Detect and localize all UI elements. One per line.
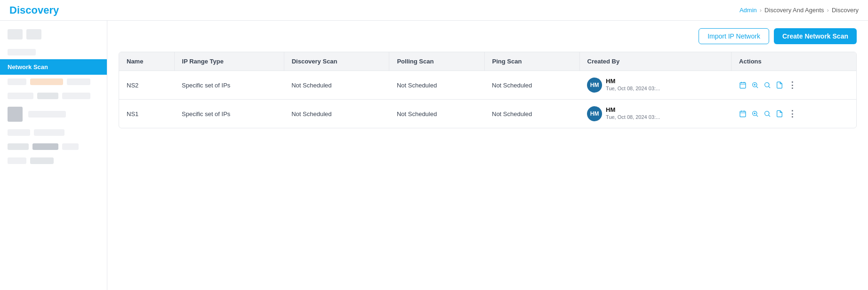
col-name: Name [119, 52, 174, 71]
avatar-1: HM [587, 106, 602, 121]
breadcrumb-discovery-agents: Discovery And Agents [764, 7, 824, 14]
col-ip-range-type: IP Range Type [174, 52, 284, 71]
sidebar-icon-1 [8, 29, 23, 39]
cell-created-by-0: HM HM Tue, Oct 08, 2024 03:... [579, 71, 731, 100]
sidebar-ph-box-6a [8, 143, 29, 150]
sidebar-ph-box-5b [34, 129, 64, 136]
svg-point-8 [764, 83, 769, 87]
search-icon-0[interactable] [764, 81, 771, 89]
cell-ping-0: Not Scheduled [484, 71, 579, 100]
sidebar-ph-box-4a [8, 107, 23, 122]
cell-ping-1: Not Scheduled [484, 100, 579, 128]
sidebar-ph-box-3c [62, 93, 90, 99]
cell-polling-0: Not Scheduled [389, 71, 484, 100]
table-row: NS1 Specific set of IPs Not Scheduled No… [119, 100, 856, 128]
sidebar-top-icons [0, 25, 107, 45]
calendar-icon-1[interactable] [739, 110, 747, 118]
cell-actions-1: ⋮ [731, 100, 856, 128]
svg-line-15 [756, 115, 758, 117]
import-ip-network-button[interactable]: Import IP Network [699, 28, 769, 44]
sidebar-ph-box-6b [32, 143, 58, 150]
calendar-icon-0[interactable] [739, 81, 747, 89]
top-nav: Discovery Admin › Discovery And Agents ›… [0, 0, 868, 21]
network-scan-table: Name IP Range Type Discovery Scan Pollin… [119, 52, 857, 128]
sidebar-ph-box-4b [28, 111, 66, 118]
sidebar-placeholder-2 [0, 75, 107, 89]
breadcrumb-discovery: Discovery [832, 7, 859, 14]
sidebar-ph-box-2c [67, 78, 90, 85]
more-actions-1[interactable]: ⋮ [788, 109, 796, 119]
avatar-0: HM [587, 78, 602, 93]
sidebar-placeholder-6 [0, 140, 107, 154]
create-network-scan-button[interactable]: Create Network Scan [774, 28, 857, 44]
svg-rect-10 [740, 111, 746, 117]
breadcrumb-sep-2: › [827, 7, 829, 14]
sidebar: Network Scan [0, 21, 107, 290]
table-row: NS2 Specific set of IPs Not Scheduled No… [119, 71, 856, 100]
cell-name-1: NS1 [119, 100, 174, 128]
toolbar: Import IP Network Create Network Scan [119, 28, 857, 44]
created-by-date-1: Tue, Oct 08, 2024 03:... [606, 114, 660, 120]
sidebar-ph-box-7a [8, 157, 26, 164]
zoom-icon-0[interactable] [751, 81, 759, 89]
cell-ip-range-0: Specific set of IPs [174, 71, 284, 100]
cell-actions-0: ⋮ [731, 71, 856, 100]
created-by-info-0: HM Tue, Oct 08, 2024 03:... [606, 78, 660, 91]
sidebar-icon-2 [26, 29, 41, 39]
col-polling-scan: Polling Scan [389, 52, 484, 71]
sidebar-ph-box-2b [30, 78, 63, 85]
sidebar-ph-box-3b [37, 93, 58, 99]
svg-line-9 [769, 86, 770, 88]
sidebar-ph-box-3a [8, 93, 33, 99]
svg-line-5 [756, 86, 758, 88]
main-content: Import IP Network Create Network Scan Na… [107, 21, 868, 290]
search-icon-1[interactable] [764, 110, 771, 118]
svg-rect-0 [740, 83, 746, 88]
document-icon-0[interactable] [776, 81, 783, 89]
col-actions: Actions [731, 52, 856, 71]
sidebar-ph-box-2a [8, 78, 26, 85]
breadcrumb-admin[interactable]: Admin [739, 7, 757, 14]
document-icon-1[interactable] [776, 110, 783, 118]
main-layout: Network Scan [0, 21, 868, 290]
created-by-date-0: Tue, Oct 08, 2024 03:... [606, 86, 660, 91]
col-discovery-scan: Discovery Scan [284, 52, 389, 71]
sidebar-item-network-scan[interactable]: Network Scan [0, 59, 107, 75]
cell-ip-range-1: Specific set of IPs [174, 100, 284, 128]
cell-created-by-1: HM HM Tue, Oct 08, 2024 03:... [579, 100, 731, 128]
sidebar-placeholder-4 [0, 103, 107, 125]
sidebar-ph-box-7b [30, 157, 54, 164]
sidebar-ph-box-6c [62, 143, 79, 150]
col-created-by: Created By [579, 52, 731, 71]
sidebar-placeholder-5 [0, 125, 107, 140]
breadcrumb-sep-1: › [760, 7, 762, 14]
cell-discovery-1: Not Scheduled [284, 100, 389, 128]
zoom-icon-1[interactable] [751, 110, 759, 118]
more-actions-0[interactable]: ⋮ [788, 80, 796, 90]
sidebar-placeholder-7 [0, 154, 107, 168]
svg-point-18 [764, 111, 769, 116]
sidebar-ph-box-1 [8, 49, 36, 55]
svg-line-19 [769, 115, 770, 117]
sidebar-placeholder-3 [0, 89, 107, 103]
created-by-name-0: HM [606, 78, 660, 85]
cell-polling-1: Not Scheduled [389, 100, 484, 128]
cell-discovery-0: Not Scheduled [284, 71, 389, 100]
created-by-name-1: HM [606, 106, 660, 113]
col-ping-scan: Ping Scan [484, 52, 579, 71]
cell-name-0: NS2 [119, 71, 174, 100]
table-header-row: Name IP Range Type Discovery Scan Pollin… [119, 52, 856, 71]
page-title: Discovery [9, 4, 59, 16]
created-by-info-1: HM Tue, Oct 08, 2024 03:... [606, 106, 660, 120]
sidebar-ph-box-5a [8, 129, 30, 136]
breadcrumb: Admin › Discovery And Agents › Discovery [739, 7, 859, 14]
sidebar-placeholder-1 [0, 45, 107, 59]
